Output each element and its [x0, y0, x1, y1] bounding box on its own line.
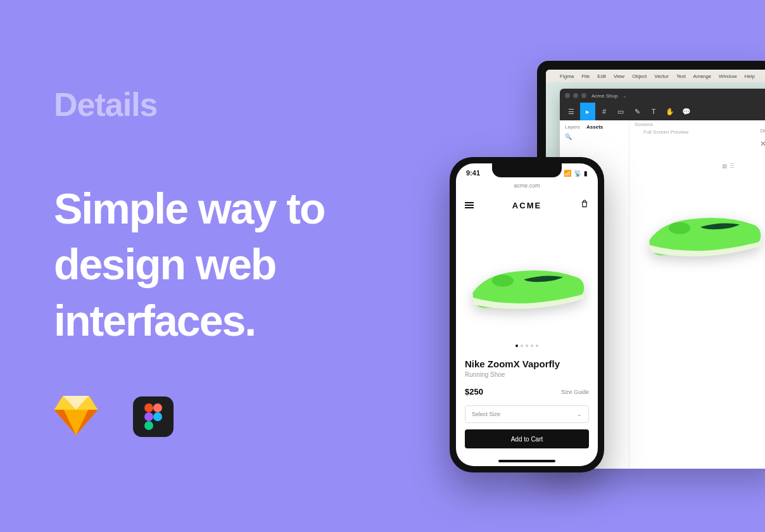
tool-logos-row — [54, 396, 408, 438]
browser-url: acme.com — [456, 182, 598, 189]
hand-tool-icon[interactable]: ✋ — [662, 103, 678, 120]
phone-notch — [492, 163, 562, 177]
close-icon[interactable]: ✕ — [760, 139, 765, 148]
hero-text-column: Details Simple way to design web interfa… — [54, 86, 408, 438]
window-traffic-lights[interactable] — [565, 93, 586, 98]
screens-label: Screens — [635, 122, 653, 127]
add-to-cart-button[interactable]: Add to Cart — [465, 429, 589, 448]
mac-menu-item[interactable]: Figma — [560, 73, 574, 79]
figma-titlebar: Acme Shop ⌄ — [560, 89, 765, 103]
figma-menu-icon[interactable]: ☰ — [564, 103, 579, 120]
svg-point-12 — [144, 421, 153, 430]
figma-file-title: Acme Shop — [591, 93, 617, 99]
pen-tool-icon[interactable]: ✎ — [629, 103, 645, 120]
hero-headline: Simple way to design web interfaces. — [54, 180, 408, 348]
svg-point-8 — [144, 403, 153, 412]
chevron-down-icon: ⌄ — [577, 411, 582, 417]
assets-tab[interactable]: Assets — [586, 124, 603, 130]
figma-toolbar: ☰ ▸ # ▭ ✎ T ✋ 💬 — [560, 103, 765, 120]
canvas-frame-label: Full Screen Preview — [643, 129, 688, 135]
figma-icon — [133, 396, 174, 437]
canvas-product-image — [643, 196, 764, 266]
frame-tool-icon[interactable]: # — [597, 103, 612, 120]
sketch-icon — [54, 396, 98, 438]
product-info: Nike ZoomX Vaporfly Running Shoe $250 Si… — [465, 358, 589, 448]
mac-menu-item[interactable]: Text — [676, 73, 686, 79]
svg-point-9 — [153, 403, 162, 412]
eyebrow-label: Details — [54, 86, 408, 124]
text-tool-icon[interactable]: T — [646, 103, 661, 120]
view-mode-icons[interactable]: ▦ ☰ — [722, 163, 735, 169]
home-indicator[interactable] — [498, 460, 555, 462]
svg-point-13 — [669, 222, 690, 234]
mac-menu-item[interactable]: View — [614, 73, 624, 79]
mac-menu-item[interactable]: Help — [745, 73, 755, 79]
macos-menubar: Figma File Edit View Object Vector Text … — [546, 70, 765, 82]
mac-menu-item[interactable]: Window — [719, 73, 737, 79]
battery-icon: ▮ — [584, 170, 588, 177]
phone-mockup: 9:41 📶 📡 ▮ acme.com ACME — [450, 157, 604, 472]
status-time: 9:41 — [466, 169, 480, 177]
carousel-dots[interactable] — [456, 345, 598, 347]
drafts-label[interactable]: Drafts — [757, 125, 765, 138]
size-guide-link[interactable]: Size Guide — [561, 389, 589, 395]
cart-icon[interactable] — [580, 199, 589, 212]
shop-brand: ACME — [512, 201, 541, 210]
layers-tab[interactable]: Layers — [565, 124, 580, 130]
svg-point-10 — [144, 412, 153, 421]
size-select[interactable]: Select Size ⌄ — [465, 405, 589, 423]
menu-icon[interactable] — [465, 202, 474, 208]
mac-menu-item[interactable]: File — [581, 73, 590, 79]
mac-menu-item[interactable]: Edit — [597, 73, 606, 79]
product-price: $250 — [465, 387, 483, 396]
product-name: Nike ZoomX Vaporfly — [465, 358, 589, 369]
mac-menu-item[interactable]: Arrange — [693, 73, 711, 79]
figma-canvas[interactable]: Drafts ▦ ☰ Full Screen Preview ✕ — [629, 120, 765, 469]
product-category: Running Shoe — [465, 371, 589, 378]
move-tool-icon[interactable]: ▸ — [580, 103, 595, 120]
wifi-icon: 📡 — [574, 170, 581, 177]
product-image[interactable] — [456, 220, 598, 347]
shop-header: ACME — [456, 194, 598, 217]
svg-point-14 — [492, 275, 514, 287]
phone-screen: 9:41 📶 📡 ▮ acme.com ACME — [456, 163, 598, 466]
mac-menu-item[interactable]: Vector — [654, 73, 669, 79]
comment-tool-icon[interactable]: 💬 — [679, 103, 694, 120]
signal-icon: 📶 — [564, 170, 571, 177]
search-icon[interactable]: 🔍 — [565, 134, 624, 140]
chevron-down-icon[interactable]: ⌄ — [623, 93, 627, 99]
svg-point-11 — [153, 412, 162, 421]
size-select-placeholder: Select Size — [472, 411, 500, 417]
shape-tool-icon[interactable]: ▭ — [613, 103, 628, 120]
mac-menu-item[interactable]: Object — [632, 73, 647, 79]
